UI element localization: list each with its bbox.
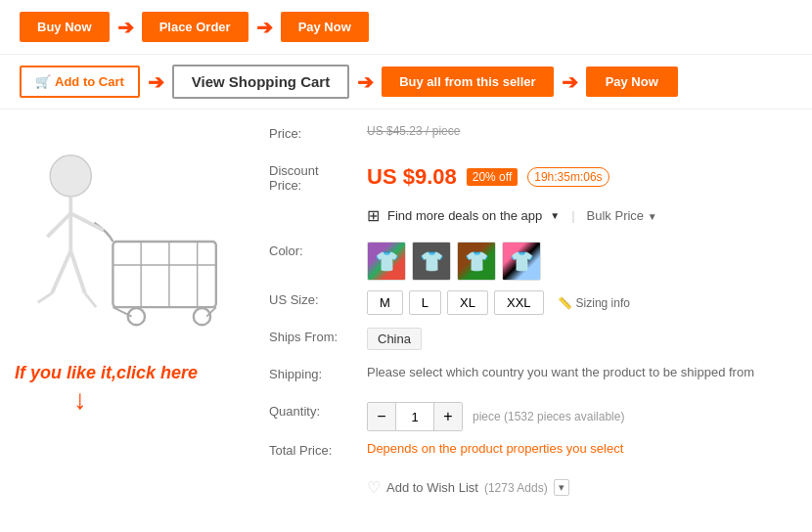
discount-badge: 20% off (467, 168, 518, 186)
sizing-info[interactable]: 📏 Sizing info (558, 296, 630, 310)
product-illustration (15, 129, 230, 354)
size-row: US Size: M L XL XXL 📏 Sizing info (269, 290, 797, 318)
size-XL[interactable]: XL (447, 290, 488, 315)
cart-icon: 🛒 (35, 74, 51, 89)
arrow-4-icon: ➔ (357, 70, 374, 94)
quantity-input[interactable] (395, 403, 434, 430)
discount-price-value: US $9.08 (367, 164, 457, 190)
color-row: Color: 👕 👕 👕 👕 (269, 242, 797, 281)
svg-line-9 (70, 213, 104, 230)
wishlist-count: (1273 Adds) (484, 481, 548, 495)
size-label: US Size: (269, 290, 367, 307)
bulk-price-text[interactable]: Bulk Price ▼ (587, 208, 657, 223)
shipping-row: Shipping: Please select which country yo… (269, 365, 797, 392)
color-swatch-1[interactable]: 👕 (367, 242, 406, 281)
arrow-1-icon: ➔ (117, 16, 134, 39)
quantity-control: − + (367, 402, 463, 431)
arrow-2-icon: ➔ (256, 16, 273, 39)
quantity-row: Quantity: − + piece (1532 pieces availab… (269, 402, 797, 431)
svg-line-14 (85, 293, 97, 307)
color-swatches: 👕 👕 👕 👕 (367, 242, 541, 281)
ships-from-row: Ships From: China (269, 328, 797, 355)
price-label: Price: (269, 124, 367, 141)
svg-rect-0 (113, 242, 215, 307)
arrow-3-icon: ➔ (148, 70, 164, 94)
quantity-decrease-button[interactable]: − (368, 403, 395, 430)
discount-value-area: US $9.08 20% off 19h:35m:06s (367, 164, 797, 190)
color-label: Color: (269, 242, 367, 258)
pay-now-button-1[interactable]: Pay Now (281, 12, 369, 42)
deals-dropdown-icon[interactable]: ▼ (550, 210, 560, 221)
svg-line-10 (47, 213, 70, 237)
total-price-label: Total Price: (269, 441, 367, 458)
quantity-increase-button[interactable]: + (434, 403, 462, 430)
flow-bar-2: 🛒 Add to Cart ➔ View Shopping Cart ➔ Buy… (0, 55, 812, 110)
svg-point-7 (50, 155, 91, 197)
flow-bar-1: Buy Now ➔ Place Order ➔ Pay Now (0, 0, 812, 55)
deals-text[interactable]: Find more deals on the app (387, 208, 542, 223)
svg-line-12 (70, 251, 84, 293)
svg-line-13 (38, 293, 52, 303)
ships-from-label: Ships From: (269, 328, 367, 344)
discount-price-row: DiscountPrice: US $9.08 20% off 19h:35m:… (269, 161, 797, 193)
svg-line-11 (52, 251, 70, 293)
color-swatch-3[interactable]: 👕 (457, 242, 496, 281)
ruler-icon: 📏 (558, 296, 572, 310)
heart-icon: ♡ (367, 478, 381, 497)
buy-now-button[interactable]: Buy Now (20, 12, 110, 42)
quantity-area: − + piece (1532 pieces available) (367, 402, 624, 431)
shipping-value: Please select which country you want the… (367, 365, 754, 379)
pay-now-button-2[interactable]: Pay Now (586, 66, 678, 97)
deals-row: ⊞ Find more deals on the app ▼ | Bulk Pr… (269, 202, 797, 230)
total-price-row: Total Price: Depends on the product prop… (269, 441, 797, 468)
arrow-5-icon: ➔ (562, 70, 578, 94)
wishlist-text: Add to Wish List (386, 480, 478, 495)
down-arrow-icon: ↓ (73, 384, 240, 416)
deals-area: ⊞ Find more deals on the app ▼ | Bulk Pr… (367, 206, 657, 225)
click-here-text: If you like it,click here (15, 362, 240, 384)
color-swatch-2[interactable]: 👕 (412, 242, 451, 281)
left-panel: If you like it,click here ↓ (0, 119, 254, 520)
shipping-label: Shipping: (269, 365, 367, 381)
ships-from-value[interactable]: China (367, 328, 422, 350)
buy-all-from-seller-button[interactable]: Buy all from this seller (382, 66, 553, 97)
add-to-cart-button[interactable]: 🛒 Add to Cart (20, 66, 140, 98)
countdown-timer: 19h:35m:06s (527, 167, 609, 187)
view-shopping-cart-button[interactable]: View Shopping Cart (172, 65, 349, 99)
wishlist-area[interactable]: ♡ Add to Wish List (1273 Adds) ▾ (367, 478, 569, 497)
place-order-button[interactable]: Place Order (142, 12, 248, 42)
main-content: If you like it,click here ↓ Price: US $4… (0, 110, 812, 530)
size-buttons-group: M L XL XXL 📏 Sizing info (367, 290, 630, 315)
total-price-value: Depends on the product properties you se… (367, 441, 623, 456)
price-row: Price: US $45.23 / piece (269, 124, 797, 152)
size-XXL[interactable]: XXL (494, 290, 544, 315)
quantity-label: Quantity: (269, 402, 367, 419)
size-L[interactable]: L (409, 290, 441, 315)
discount-label: DiscountPrice: (269, 161, 367, 193)
original-price: US $45.23 / piece (367, 124, 797, 138)
size-M[interactable]: M (367, 290, 403, 315)
wishlist-dropdown-button[interactable]: ▾ (554, 479, 569, 496)
right-panel: Price: US $45.23 / piece DiscountPrice: … (254, 119, 812, 520)
quantity-available: piece (1532 pieces available) (473, 410, 624, 423)
wishlist-row: ♡ Add to Wish List (1273 Adds) ▾ (269, 478, 797, 506)
color-swatch-4[interactable]: 👕 (502, 242, 541, 281)
qr-icon: ⊞ (367, 206, 380, 225)
